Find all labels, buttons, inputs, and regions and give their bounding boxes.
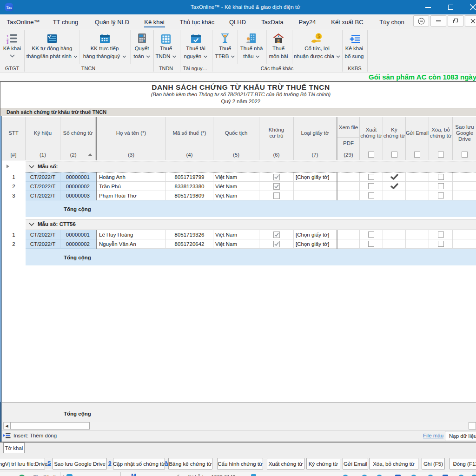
svg-text:$: $	[317, 33, 320, 39]
svg-text:3: 3	[7, 40, 9, 44]
